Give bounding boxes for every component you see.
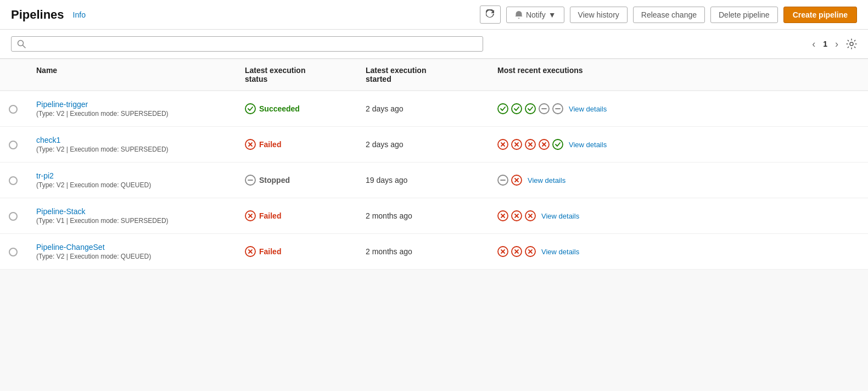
row-status-col: Failed: [236, 139, 357, 150]
row-status-col: Stopped: [236, 175, 357, 186]
row-recent-col: View details: [489, 103, 868, 114]
row-radio-4[interactable]: [9, 248, 18, 256]
row-recent-col: View details: [489, 139, 868, 150]
pagination: ‹ 1 ›: [809, 37, 857, 51]
current-page: 1: [823, 40, 827, 48]
succeeded-icon: [511, 103, 522, 114]
pipelines-table: Name Latest executionstatus Latest execu…: [0, 59, 868, 270]
row-status-col: Failed: [236, 246, 357, 257]
row-recent-col: View details: [489, 210, 868, 221]
row-check-col: [0, 247, 27, 256]
row-radio-3[interactable]: [9, 212, 18, 221]
view-details-link[interactable]: View details: [569, 105, 607, 113]
pipeline-meta: (Type: V2 | Execution mode: SUPERSEDED): [36, 110, 227, 118]
row-check-col: [0, 211, 27, 221]
failed-icon: [497, 139, 508, 150]
table-row: Pipeline-Stack (Type: V1 | Execution mod…: [0, 198, 868, 234]
row-name-col: check1 (Type: V2 | Execution mode: SUPER…: [27, 136, 236, 153]
svg-point-4: [498, 104, 508, 114]
search-icon: [17, 40, 26, 48]
view-history-button[interactable]: View history: [570, 7, 628, 23]
failed-icon: [245, 210, 256, 221]
row-radio-1[interactable]: [9, 141, 18, 149]
refresh-button[interactable]: [480, 5, 501, 24]
info-link[interactable]: Info: [73, 10, 86, 19]
table-body: Pipeline-trigger (Type: V2 | Execution m…: [0, 91, 868, 270]
table-row: tr-pi2 (Type: V2 | Execution mode: QUEUE…: [0, 163, 868, 198]
table-row: Pipeline-ChangeSet (Type: V2 | Execution…: [0, 234, 868, 270]
row-radio-2[interactable]: [9, 176, 18, 185]
recent-icons-group: [497, 139, 563, 150]
row-name-col: Pipeline-ChangeSet (Type: V2 | Execution…: [27, 243, 236, 260]
next-page-button[interactable]: ›: [832, 37, 842, 51]
succeeded-icon: [497, 103, 508, 114]
failed-icon: [511, 210, 522, 221]
release-change-button[interactable]: Release change: [633, 7, 705, 23]
pipeline-name-link[interactable]: tr-pi2: [36, 171, 227, 180]
search-bar-row: ‹ 1 ›: [0, 30, 868, 59]
col-header-check: [0, 66, 27, 83]
row-recent-col: View details: [489, 246, 868, 257]
status-text: Failed: [259, 211, 281, 220]
notify-label: Notify: [526, 10, 546, 19]
failed-icon: [525, 139, 536, 150]
failed-icon: [525, 246, 536, 257]
failed-icon: [245, 139, 256, 150]
table-header: Name Latest executionstatus Latest execu…: [0, 59, 868, 91]
stopped-icon: [552, 103, 563, 114]
top-bar: Pipelines Info Notify ▼ View history Rel…: [0, 0, 868, 30]
row-check-col: [0, 104, 27, 114]
status-text: Succeeded: [259, 104, 300, 113]
bell-icon: [514, 10, 523, 19]
col-header-name: Name: [27, 66, 236, 83]
page-title: Pipelines: [11, 8, 64, 22]
create-pipeline-button[interactable]: Create pipeline: [783, 7, 857, 23]
row-radio-0[interactable]: [9, 105, 18, 114]
search-input[interactable]: [30, 40, 477, 48]
settings-icon[interactable]: [846, 38, 857, 49]
view-details-link[interactable]: View details: [569, 141, 607, 149]
pipeline-meta: (Type: V2 | Execution mode: QUEUED): [36, 253, 227, 260]
pipeline-meta: (Type: V1 | Execution mode: SUPERSEDED): [36, 217, 227, 225]
row-started-col: 2 months ago: [357, 211, 489, 220]
notify-button[interactable]: Notify ▼: [506, 7, 564, 23]
pipeline-meta: (Type: V2 | Execution mode: SUPERSEDED): [36, 146, 227, 153]
col-header-recent: Most recent executions: [489, 66, 868, 83]
pipeline-meta: (Type: V2 | Execution mode: QUEUED): [36, 181, 227, 189]
view-details-link[interactable]: View details: [541, 248, 579, 256]
row-status-col: Succeeded: [236, 103, 357, 114]
view-details-link[interactable]: View details: [528, 176, 565, 185]
row-started-col: 19 days ago: [357, 176, 489, 185]
col-header-started: Latest executionstarted: [357, 66, 489, 83]
status-text: Failed: [259, 247, 281, 256]
svg-line-1: [23, 46, 26, 48]
svg-point-3: [245, 104, 255, 114]
recent-icons-group: [497, 175, 522, 186]
succeeded-icon: [552, 139, 563, 150]
pipeline-name-link[interactable]: Pipeline-trigger: [36, 100, 227, 109]
delete-pipeline-button[interactable]: Delete pipeline: [710, 7, 778, 23]
svg-point-26: [553, 139, 563, 149]
view-details-link[interactable]: View details: [541, 212, 579, 220]
failed-icon: [539, 139, 550, 150]
failed-icon: [511, 139, 522, 150]
status-text: Stopped: [259, 176, 290, 185]
succeeded-icon: [525, 103, 536, 114]
row-check-col: [0, 139, 27, 149]
pipeline-name-link[interactable]: Pipeline-ChangeSet: [36, 243, 227, 252]
failed-icon: [511, 246, 522, 257]
row-check-col: [0, 175, 27, 185]
search-input-wrap: [11, 36, 483, 52]
succeeded-icon: [245, 103, 256, 114]
prev-page-button[interactable]: ‹: [809, 37, 819, 51]
stopped-icon: [497, 175, 508, 186]
pipeline-name-link[interactable]: check1: [36, 136, 227, 144]
failed-icon: [497, 210, 508, 221]
col-header-status: Latest executionstatus: [236, 66, 357, 83]
row-recent-col: View details: [489, 175, 868, 186]
failed-icon: [497, 246, 508, 257]
pipeline-name-link[interactable]: Pipeline-Stack: [36, 207, 227, 216]
svg-point-6: [525, 104, 535, 114]
row-status-col: Failed: [236, 210, 357, 221]
row-started-col: 2 months ago: [357, 247, 489, 256]
